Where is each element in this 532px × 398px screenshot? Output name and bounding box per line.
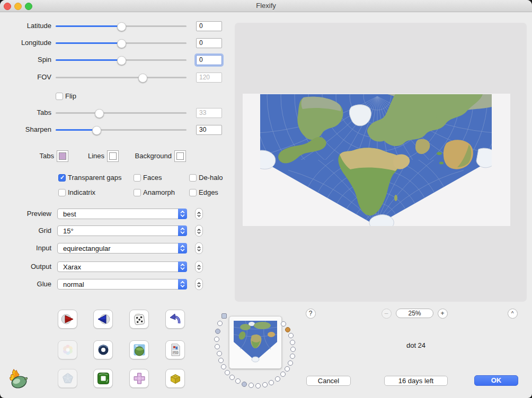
- latitude-field[interactable]: [196, 21, 222, 31]
- tabs-slider-track[interactable]: [56, 112, 187, 114]
- spin-field[interactable]: [196, 55, 222, 65]
- edges-checkbox-label: Edges: [199, 188, 218, 196]
- input-popup[interactable]: equirectangular: [57, 243, 187, 254]
- preview-popup[interactable]: best: [57, 209, 187, 219]
- anamorph-checkbox-label: Anamorph: [143, 188, 175, 196]
- longitude-slider-thumb[interactable]: [117, 39, 126, 48]
- cd-blue-arrow-icon: [96, 312, 110, 326]
- fov-field[interactable]: [196, 73, 222, 83]
- glue-dot[interactable]: [225, 370, 230, 375]
- projection-thumbnail[interactable]: [229, 316, 282, 369]
- color-flower-button[interactable]: [58, 340, 77, 359]
- glue-popup[interactable]: normal: [57, 279, 187, 290]
- input-label: Input: [0, 244, 51, 252]
- lines-color-well[interactable]: [107, 150, 119, 162]
- glue-dot[interactable]: [290, 340, 295, 345]
- indicatrix-checkbox[interactable]: [58, 189, 66, 196]
- glue-dot[interactable]: [275, 376, 280, 382]
- polyhedron-button[interactable]: [58, 369, 77, 388]
- tabs-slider-thumb[interactable]: [95, 109, 104, 118]
- cd-red-arrow-button[interactable]: [58, 310, 77, 329]
- glue-dot[interactable]: [290, 354, 295, 359]
- sharpen-field[interactable]: [196, 125, 222, 135]
- pink-cross-button[interactable]: [129, 369, 149, 388]
- glue-dot[interactable]: [288, 360, 293, 366]
- tabs-color-well[interactable]: [57, 150, 68, 162]
- svg-text:PSD: PSD: [173, 351, 179, 354]
- grid-selected-value: 15°: [63, 227, 74, 236]
- cd-blue-arrow-button[interactable]: [93, 310, 113, 329]
- faces-checkbox-label: Faces: [143, 174, 162, 182]
- glue-dot[interactable]: [215, 344, 220, 349]
- input-stepper[interactable]: [195, 242, 203, 254]
- grid-stepper[interactable]: [195, 225, 203, 237]
- glue-dot[interactable]: [221, 364, 226, 369]
- spin-slider-thumb[interactable]: [117, 56, 126, 65]
- edges-checkbox[interactable]: [189, 189, 197, 196]
- psd-file-button[interactable]: PSD: [165, 340, 185, 359]
- lego-brick-button[interactable]: [165, 369, 185, 388]
- glue-dot[interactable]: [281, 321, 286, 327]
- dot-caption: dot 24: [389, 341, 442, 349]
- glue-dot[interactable]: [249, 383, 254, 388]
- background-color-well[interactable]: [174, 150, 186, 162]
- glue-dot[interactable]: [242, 382, 247, 387]
- glue-dot[interactable]: [235, 378, 241, 384]
- glue-dot-square[interactable]: [221, 313, 227, 319]
- preview-selected-value: best: [63, 210, 76, 219]
- dice-icon: [132, 312, 146, 326]
- spin-label: Spin: [0, 56, 51, 64]
- glue-dot[interactable]: [229, 375, 235, 380]
- glue-stepper[interactable]: [195, 278, 203, 290]
- glue-dot[interactable]: [290, 347, 296, 352]
- output-stepper[interactable]: [195, 261, 203, 273]
- glue-dot[interactable]: [288, 333, 294, 338]
- lines-well-label: Lines: [69, 152, 104, 160]
- glue-dot[interactable]: [285, 366, 290, 372]
- zoom-in-button[interactable]: +: [438, 309, 448, 319]
- panel-toggle-button[interactable]: ^: [508, 309, 518, 319]
- glue-dot[interactable]: [262, 382, 268, 387]
- thumbnail-map: [229, 316, 281, 368]
- popup-chevrons-icon: [178, 279, 187, 290]
- preview-stepper[interactable]: [195, 208, 203, 220]
- sharpen-slider-thumb[interactable]: [92, 126, 101, 135]
- sharpen-slider-track[interactable]: [56, 129, 187, 131]
- cancel-button[interactable]: Cancel: [306, 376, 351, 386]
- flip-checkbox[interactable]: [56, 93, 63, 100]
- trial-days-button[interactable]: 16 days left: [384, 376, 448, 386]
- longitude-field[interactable]: [196, 38, 222, 48]
- dice-button[interactable]: [129, 310, 149, 329]
- tabs-field[interactable]: [196, 108, 222, 118]
- help-button[interactable]: ?: [306, 309, 316, 319]
- glue-dot[interactable]: [214, 337, 219, 342]
- lines-color-chip: [109, 152, 117, 160]
- glue-dot[interactable]: [280, 372, 286, 377]
- output-popup[interactable]: Xarax: [57, 261, 187, 272]
- glue-dot[interactable]: [255, 383, 261, 388]
- glue-dot[interactable]: [269, 380, 274, 385]
- little-planet-button[interactable]: [129, 340, 149, 359]
- torus-button[interactable]: [93, 340, 113, 359]
- fov-slider-thumb[interactable]: [138, 74, 147, 83]
- glue-dot-highlighted[interactable]: [285, 327, 290, 332]
- green-frame-button[interactable]: [93, 369, 113, 388]
- glue-dot[interactable]: [218, 358, 224, 363]
- grid-popup[interactable]: 15°: [57, 225, 187, 236]
- anamorph-checkbox[interactable]: [134, 189, 141, 196]
- glue-dot[interactable]: [217, 321, 223, 326]
- ok-button[interactable]: OK: [474, 375, 518, 386]
- popup-chevrons-icon: [178, 261, 187, 272]
- fov-slider-track[interactable]: [56, 77, 187, 78]
- zoom-out-button[interactable]: –: [382, 309, 392, 319]
- latitude-label: Latitude: [0, 22, 51, 30]
- undo-arrow-button[interactable]: [165, 310, 185, 329]
- latitude-slider-thumb[interactable]: [117, 22, 126, 31]
- tabs-label: Tabs: [0, 108, 51, 116]
- transparent-gaps-checkbox-label: Transparent gaps: [68, 174, 121, 182]
- transparent-gaps-checkbox[interactable]: [58, 174, 66, 182]
- glue-dot[interactable]: [217, 351, 222, 356]
- de-halo-checkbox[interactable]: [189, 174, 197, 182]
- faces-checkbox[interactable]: [134, 174, 141, 182]
- glue-dot[interactable]: [215, 329, 220, 334]
